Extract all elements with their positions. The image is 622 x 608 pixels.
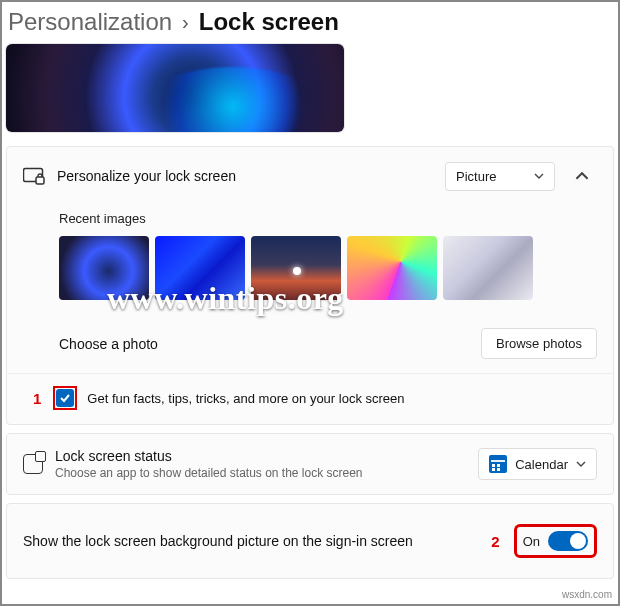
annotation-marker-2: 2	[491, 533, 499, 550]
page-title: Lock screen	[199, 8, 339, 36]
lock-screen-status-card: Lock screen status Choose an app to show…	[6, 433, 614, 495]
status-title: Lock screen status Choose an app to show…	[55, 448, 466, 480]
chevron-down-icon	[534, 171, 544, 181]
annotation-marker-1: 1	[33, 390, 41, 407]
chevron-right-icon: ›	[182, 11, 189, 34]
status-icon	[23, 454, 43, 474]
recent-image-thumb[interactable]	[347, 236, 437, 300]
background-type-dropdown[interactable]: Picture	[445, 162, 555, 191]
breadcrumb-personalization-link[interactable]: Personalization	[8, 8, 172, 36]
recent-image-thumb[interactable]	[155, 236, 245, 300]
signin-background-label: Show the lock screen background picture …	[23, 533, 479, 549]
lock-screen-icon	[23, 167, 45, 185]
chevron-down-icon	[576, 459, 586, 469]
source-attribution: wsxdn.com	[562, 589, 612, 600]
signin-background-toggle[interactable]	[548, 531, 588, 551]
browse-photos-button[interactable]: Browse photos	[481, 328, 597, 359]
dropdown-value: Picture	[456, 169, 496, 184]
choose-photo-label: Choose a photo	[59, 336, 469, 352]
fun-facts-label: Get fun facts, tips, tricks, and more on…	[87, 391, 404, 406]
recent-image-thumb[interactable]	[59, 236, 149, 300]
recent-image-thumb[interactable]	[251, 236, 341, 300]
status-subtitle: Choose an app to show detailed status on…	[55, 466, 466, 480]
personalize-title: Personalize your lock screen	[57, 168, 433, 184]
recent-images-list	[59, 236, 597, 300]
fun-facts-checkbox[interactable]	[56, 389, 74, 407]
breadcrumb: Personalization › Lock screen	[2, 2, 618, 44]
recent-images-label: Recent images	[59, 211, 597, 226]
personalize-lock-screen-card: Personalize your lock screen Picture Rec…	[6, 146, 614, 425]
toggle-state-label: On	[523, 534, 540, 549]
dropdown-value: Calendar	[515, 457, 568, 472]
lock-screen-preview	[6, 44, 344, 132]
annotation-highlight-1	[53, 386, 77, 410]
calendar-icon	[489, 455, 507, 473]
chevron-up-icon	[575, 169, 589, 183]
recent-image-thumb[interactable]	[443, 236, 533, 300]
check-icon	[59, 392, 71, 404]
svg-rect-1	[36, 177, 44, 184]
signin-background-card: Show the lock screen background picture …	[6, 503, 614, 579]
collapse-button[interactable]	[567, 161, 597, 191]
status-app-dropdown[interactable]: Calendar	[478, 448, 597, 480]
annotation-highlight-2: On	[514, 524, 597, 558]
